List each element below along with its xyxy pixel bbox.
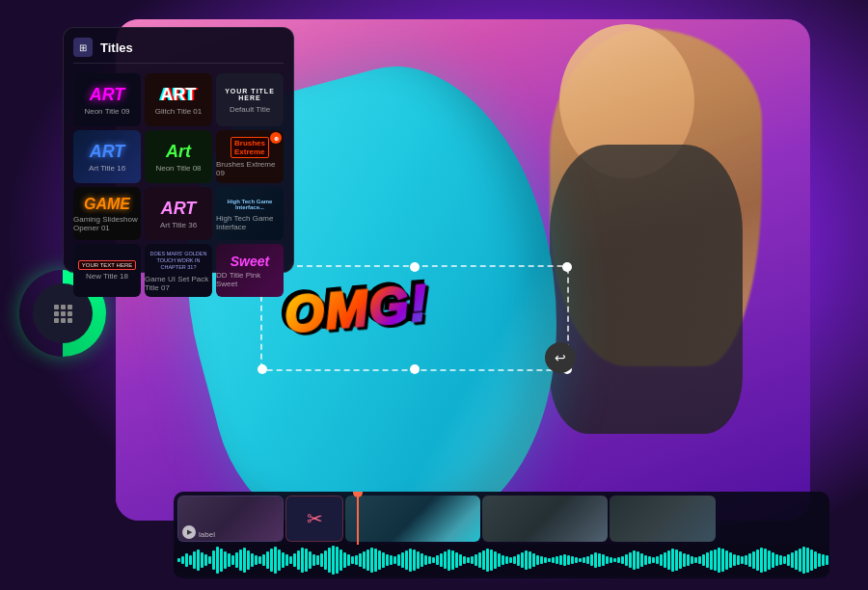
rotate-sticker-button[interactable]: ↩ — [545, 342, 576, 373]
waveform-bar — [390, 555, 393, 565]
waveform-bar — [424, 555, 427, 565]
timeline-clip-2[interactable] — [345, 496, 480, 542]
waveform-bar — [247, 550, 250, 570]
waveform-bar — [502, 555, 504, 565]
scissors-icon: ✂ — [307, 507, 323, 530]
timeline-clip-3[interactable] — [482, 496, 608, 542]
waveform-bar — [420, 553, 423, 567]
waveform-bar — [559, 555, 562, 565]
waveform-bar — [683, 553, 686, 567]
waveform-bar — [432, 557, 435, 563]
waveform-bar — [463, 556, 466, 564]
waveform-bar — [529, 551, 531, 569]
title-sublabel: Neon Title 09 — [84, 107, 129, 116]
waveform-bar — [660, 554, 663, 566]
waveform-bar — [316, 555, 319, 565]
cc-dot — [54, 311, 59, 316]
waveform-bar — [366, 550, 369, 571]
title-item-art4[interactable]: ART Art Title 36 — [145, 187, 212, 240]
waveform-bar — [193, 551, 196, 569]
waveform-bar — [810, 550, 813, 571]
waveform-bar — [351, 556, 354, 564]
waveform-bar — [741, 556, 744, 564]
title-sublabel: Glitch Title 01 — [155, 107, 202, 116]
clip-label: label — [199, 530, 215, 539]
waveform-bar — [556, 556, 558, 564]
cc-dot — [61, 305, 66, 309]
waveform-bar — [448, 550, 450, 571]
waveform-bar — [231, 555, 234, 565]
waveform-bar — [498, 553, 501, 567]
waveform-bar — [482, 550, 485, 570]
waveform-bar — [274, 547, 277, 574]
waveform-bar — [185, 553, 188, 567]
waveform-bar — [586, 556, 589, 564]
title-item-game[interactable]: GAME Gaming Slideshow Opener 01 — [73, 187, 141, 240]
timeline-clip-1[interactable]: ▶ label — [177, 496, 284, 542]
waveform-bar — [814, 551, 817, 569]
waveform-bar — [428, 556, 431, 564]
timeline: ▶ label ✂ — [174, 492, 829, 578]
waveform-bar — [795, 550, 798, 570]
title-item-default[interactable]: YOUR TITLE HERE Default Title — [216, 73, 284, 126]
title-item-newt[interactable]: YOUR TEXT HERE New Title 18 — [73, 244, 141, 297]
title-item-gameui[interactable]: DOES MARS' GOLDEN TOUCH WORK IN CHAPTER … — [145, 244, 212, 297]
waveform-bar — [806, 548, 809, 573]
corner-handle-bl[interactable] — [258, 364, 267, 374]
waveform-bar — [610, 557, 612, 563]
waveform-bar — [625, 554, 628, 566]
waveform-bar — [826, 555, 828, 565]
waveform-bar — [197, 550, 200, 571]
waveform-bar — [471, 556, 474, 564]
waveform-bar — [405, 550, 408, 570]
playhead[interactable] — [357, 492, 359, 545]
waveform-bar — [606, 556, 609, 564]
waveform-bar — [467, 557, 470, 563]
waveform-bar — [698, 556, 701, 564]
title-item-neon[interactable]: ART Neon Title 09 — [73, 73, 141, 126]
panel-header: ⊞ Titles — [73, 38, 284, 64]
waveform-bar — [347, 554, 350, 566]
waveform-bar — [382, 552, 385, 568]
timeline-clip-scissors[interactable]: ✂ — [285, 496, 343, 542]
waveform-bar — [640, 553, 643, 567]
waveform-bar — [598, 553, 601, 567]
waveform-bar — [733, 554, 736, 566]
waveform-bar — [312, 554, 315, 566]
title-item-art3[interactable]: Art Neon Title 08 — [145, 130, 212, 183]
waveform-bar — [255, 555, 258, 565]
waveform-bar — [694, 557, 697, 563]
waveform-bar — [278, 550, 281, 571]
waveform-bar — [239, 550, 242, 571]
waveform-bar — [220, 549, 223, 572]
waveform-bar — [270, 549, 273, 572]
clip-1-content: ▶ label — [178, 496, 283, 541]
title-item-glitch[interactable]: ART Glitch Title 01 — [145, 73, 212, 126]
waveform-bar — [579, 558, 582, 562]
title-item-pink[interactable]: Sweet DD Title Pink Sweet — [216, 244, 284, 297]
waveform-bar — [289, 556, 292, 564]
corner-handle-tr[interactable] — [562, 262, 572, 272]
corner-handle-bm[interactable] — [410, 364, 420, 374]
waveform-bar — [409, 549, 412, 572]
title-item-art2[interactable]: ART Art Title 16 — [73, 130, 141, 183]
waveform-bar — [525, 550, 528, 570]
waveform-bar — [714, 550, 717, 571]
waveform-bar — [208, 556, 211, 564]
timeline-clip-4[interactable] — [610, 496, 716, 542]
waveform-bar — [768, 550, 771, 570]
waveform-bar — [602, 554, 605, 566]
title-sublabel: Gaming Slideshow Opener 01 — [73, 215, 141, 232]
waveform — [174, 545, 829, 576]
waveform-bar — [629, 552, 632, 568]
title-item-brushes[interactable]: BrushesExtreme ⊕ Brushes Extreme 09 — [216, 130, 284, 183]
title-sublabel: DD Title Pink Sweet — [216, 271, 284, 288]
waveform-bar — [478, 552, 481, 568]
title-item-hightech[interactable]: High Tech Game Interface... High Tech Ga… — [216, 187, 284, 240]
panel-icon: ⊞ — [73, 38, 93, 57]
waveform-bar — [571, 556, 574, 564]
waveform-bar — [417, 551, 420, 569]
waveform-bar — [505, 556, 508, 564]
waveform-bar — [802, 547, 805, 574]
waveform-bar — [691, 556, 693, 564]
